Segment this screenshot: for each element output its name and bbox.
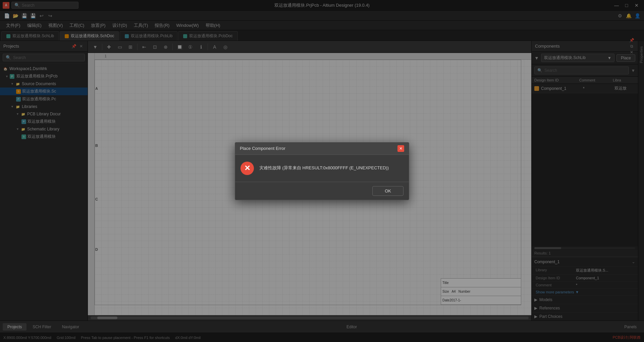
modal-overlay[interactable]: Place Component Error ✕ ✕ 灾难性故障 (异常来自 HR… [0,0,644,342]
modal-error-icon: ✕ [240,162,254,175]
modal-message: 灾难性故障 (异常来自 HRESULT:0x8000FFFF (E_UNEXPE… [259,165,389,172]
modal-dialog: Place Component Error ✕ ✕ 灾难性故障 (异常来自 HR… [235,142,409,200]
modal-ok-button[interactable]: OK [372,186,404,196]
modal-title: Place Component Error [240,146,285,151]
modal-header: Place Component Error ✕ [235,142,409,155]
modal-footer: OK [235,182,409,200]
modal-close-button[interactable]: ✕ [397,145,404,152]
modal-body: ✕ 灾难性故障 (异常来自 HRESULT:0x8000FFFF (E_UNEX… [235,155,409,182]
